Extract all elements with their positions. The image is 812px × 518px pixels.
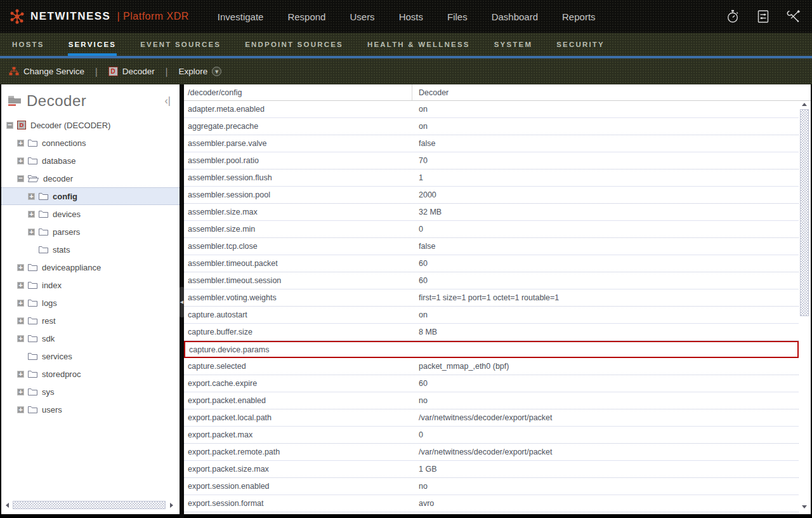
tree-item-logs[interactable]: +logs	[1, 294, 180, 312]
tree-item-services[interactable]: services	[1, 347, 180, 365]
config-row-aggregate.precache[interactable]: aggregate.precacheon	[184, 118, 799, 135]
expand-node-icon[interactable]: +	[17, 335, 24, 342]
subnav-tab-endpoint-sources[interactable]: ENDPOINT SOURCES	[233, 33, 355, 56]
config-row-capture.selected[interactable]: capture.selectedpacket_mmap_,eth0 (bpf)	[184, 358, 799, 375]
subnav-tab-services[interactable]: SERVICES	[56, 33, 129, 56]
top-nav-item-reports[interactable]: Reports	[550, 11, 608, 22]
subnav-tab-hosts[interactable]: HOSTS	[0, 33, 56, 56]
config-row-export.cache.expire[interactable]: export.cache.expire60	[184, 375, 799, 392]
panel-collapse-handle[interactable]: ◀	[180, 287, 184, 317]
top-nav-item-hosts[interactable]: Hosts	[387, 11, 435, 22]
tree-item-users[interactable]: +users	[1, 401, 180, 418]
grid-vertical-scrollbar[interactable]	[799, 100, 809, 510]
config-row-capture.buffer.size[interactable]: capture.buffer.size8 MB	[184, 324, 799, 341]
jobs-panel-icon[interactable]	[756, 10, 770, 23]
expand-node-icon[interactable]: +	[28, 211, 35, 218]
scroll-right-icon[interactable]	[168, 500, 174, 510]
tree-item-sys[interactable]: +sys	[1, 383, 180, 401]
config-row-assembler.session.flush[interactable]: assembler.session.flush1	[184, 169, 799, 187]
tree-item-database[interactable]: +database	[1, 152, 180, 169]
scroll-left-icon[interactable]	[4, 500, 10, 510]
config-row-assembler.size.min[interactable]: assembler.size.min0	[184, 221, 799, 238]
collapse-panel-icon[interactable]: ‹|	[165, 95, 173, 107]
config-row-export.packet.remote.path[interactable]: export.packet.remote.path/var/netwitness…	[184, 444, 799, 461]
scroll-up-icon[interactable]	[799, 100, 809, 108]
config-value[interactable]: 70	[412, 156, 428, 165]
top-nav-item-dashboard[interactable]: Dashboard	[480, 11, 550, 22]
tree-item-decoder[interactable]: −decoder	[1, 169, 180, 187]
tree-item-stats[interactable]: stats	[1, 241, 180, 258]
expand-node-icon[interactable]: +	[17, 371, 24, 378]
admin-tools-icon[interactable]	[787, 10, 801, 23]
config-value[interactable]: no	[412, 396, 428, 405]
config-value[interactable]: avro	[412, 499, 434, 508]
subnav-tab-health-wellness[interactable]: HEALTH & WELLNESS	[355, 33, 482, 56]
config-value[interactable]: first=1 size=1 port=1 octet=1 routable=1	[412, 293, 559, 302]
config-row-assembler.voting.weights[interactable]: assembler.voting.weightsfirst=1 size=1 p…	[184, 289, 799, 307]
horizontal-scroll-thumb[interactable]	[13, 501, 166, 509]
change-service-button[interactable]: Change Service	[9, 67, 84, 76]
scroll-down-icon[interactable]	[799, 503, 809, 510]
expand-node-icon[interactable]: +	[17, 388, 24, 395]
tree-item-devices[interactable]: +devices	[1, 205, 180, 223]
vertical-scroll-thumb[interactable]	[800, 109, 809, 316]
config-value[interactable]: packet_mmap_,eth0 (bpf)	[412, 362, 509, 371]
expand-node-icon[interactable]: +	[17, 300, 24, 307]
top-nav-item-investigate[interactable]: Investigate	[206, 11, 276, 22]
config-value[interactable]: on	[412, 122, 428, 131]
tree-item-parsers[interactable]: +parsers	[1, 223, 180, 241]
expand-node-icon[interactable]: +	[17, 317, 24, 324]
config-value[interactable]: on	[412, 310, 428, 319]
config-row-assembler.parse.valve[interactable]: assembler.parse.valvefalse	[184, 135, 799, 152]
subnav-tab-system[interactable]: SYSTEM	[482, 33, 545, 56]
top-nav-item-respond[interactable]: Respond	[275, 11, 337, 22]
subnav-tab-security[interactable]: SECURITY	[544, 33, 617, 56]
config-row-assembler.timeout.packet[interactable]: assembler.timeout.packet60	[184, 255, 799, 272]
tree-item-config[interactable]: +config	[1, 187, 180, 205]
config-value[interactable]: 60	[412, 259, 428, 268]
expand-node-icon[interactable]: +	[17, 157, 24, 164]
config-row-export.packet.enabled[interactable]: export.packet.enabledno	[184, 392, 799, 409]
config-value[interactable]: 0	[412, 430, 423, 439]
stopwatch-icon[interactable]	[726, 10, 740, 23]
tree-item-sdk[interactable]: +sdk	[1, 329, 180, 347]
subnav-tab-event-sources[interactable]: EVENT SOURCES	[128, 33, 233, 56]
config-row-export.packet.max[interactable]: export.packet.max0	[184, 427, 799, 444]
tree-item-index[interactable]: +index	[1, 276, 180, 294]
config-value[interactable]: 2000	[412, 190, 436, 199]
config-row-assembler.size.max[interactable]: assembler.size.max32 MB	[184, 204, 799, 221]
explore-view-dropdown[interactable]: Explore ▼	[178, 67, 221, 76]
config-row-adapter.meta.enabled[interactable]: adapter.meta.enabledon	[184, 101, 799, 118]
config-value[interactable]: /var/netwitness/decoder/export/packet	[412, 448, 553, 456]
config-row-assembler.tcp.close[interactable]: assembler.tcp.closefalse	[184, 238, 799, 255]
config-value[interactable]: 8 MB	[412, 328, 437, 336]
config-value[interactable]: no	[412, 482, 428, 491]
config-value[interactable]: 1	[412, 173, 423, 182]
expand-node-icon[interactable]: +	[17, 264, 24, 271]
top-nav-item-users[interactable]: Users	[337, 11, 386, 22]
collapse-node-icon[interactable]: −	[6, 122, 13, 129]
config-row-assembler.session.pool[interactable]: assembler.session.pool2000	[184, 187, 799, 204]
config-row-export.session.format[interactable]: export.session.formatavro	[184, 495, 799, 512]
config-row-assembler.timeout.session[interactable]: assembler.timeout.session60	[184, 272, 799, 289]
current-service[interactable]: D Decoder	[108, 67, 155, 76]
config-value[interactable]: /var/netwitness/decoder/export/packet	[412, 413, 553, 422]
tree-item-rest[interactable]: +rest	[1, 312, 180, 329]
config-value[interactable]: false	[412, 139, 435, 148]
config-row-capture.device.params[interactable]: capture.device.params	[184, 341, 799, 358]
expand-node-icon[interactable]: +	[17, 406, 24, 413]
expand-node-icon[interactable]: +	[17, 282, 24, 289]
config-value[interactable]: 1 GB	[412, 465, 437, 474]
expand-node-icon[interactable]: +	[28, 193, 35, 200]
config-value[interactable]: on	[412, 105, 428, 114]
collapse-node-icon[interactable]: −	[17, 175, 24, 182]
config-value[interactable]: 60	[412, 379, 428, 388]
tree-item-connections[interactable]: +connections	[1, 134, 180, 152]
tree-item-decoder-decoder[interactable]: −DDecoder (DECODER)	[1, 116, 180, 134]
config-value[interactable]: 0	[412, 225, 423, 234]
expand-node-icon[interactable]: +	[28, 229, 35, 236]
config-value[interactable]: false	[412, 242, 435, 251]
expand-node-icon[interactable]: +	[17, 140, 24, 147]
tree-horizontal-scrollbar[interactable]	[4, 500, 174, 510]
config-row-capture.autostart[interactable]: capture.autostarton	[184, 307, 799, 324]
